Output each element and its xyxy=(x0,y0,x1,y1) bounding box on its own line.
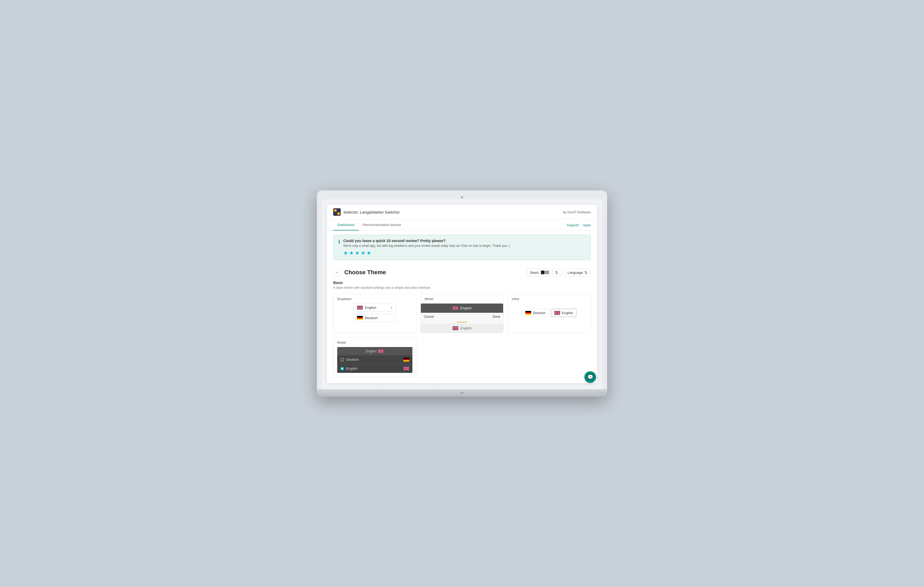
choose-theme-header: ← Choose Theme Basic ⇅ xyxy=(333,268,591,276)
de-flag-icon-modal xyxy=(403,358,409,362)
wheel-cancel-btn[interactable]: Cancel xyxy=(424,315,434,319)
section-label: Basic xyxy=(333,281,591,285)
wheel-item: English xyxy=(421,324,503,333)
logo-cell-3 xyxy=(334,212,337,215)
svg-rect-7 xyxy=(525,312,531,314)
inline-label: Inline xyxy=(508,294,591,304)
svg-rect-8 xyxy=(525,314,531,315)
svg-rect-2 xyxy=(357,317,363,319)
section-desc: A basic theme with standard settings and… xyxy=(333,286,591,289)
modal-option-deutsch[interactable]: Deutsch xyxy=(337,355,412,364)
app-header-left: Selector: Lang&Market Switcher xyxy=(333,208,400,216)
swatch-black xyxy=(541,271,544,274)
app-title: Selector: Lang&Market Switcher xyxy=(343,210,400,214)
uk-flag-icon-inline xyxy=(554,311,560,315)
svg-rect-1 xyxy=(357,316,363,317)
inline-card[interactable]: Inline Deutsch xyxy=(508,294,591,333)
nav-tabs-right: Support Apps xyxy=(567,223,591,227)
fab-button[interactable]: 💬 xyxy=(584,371,596,383)
app-header-right: by DevIT.Software xyxy=(563,210,591,214)
logo-cell-2 xyxy=(337,209,340,212)
swatch-white xyxy=(549,271,553,274)
language-selector[interactable]: Language ⇅ xyxy=(564,269,591,276)
wheel-container: English Cancel Done xyxy=(421,304,503,333)
dropdown-deutsch-text: Deutsch xyxy=(365,316,378,320)
theme-cards-row2: Modal English xyxy=(333,337,591,377)
modal-label: Modal xyxy=(333,337,416,347)
svg-rect-3 xyxy=(357,319,363,320)
fab-chat-icon: 💬 xyxy=(587,374,593,380)
wheel-label: Wheel xyxy=(421,294,503,304)
dropdown-arrow-icon: ▾ xyxy=(391,306,392,309)
uk-flag-icon-wheel-item xyxy=(452,326,458,330)
svg-rect-6 xyxy=(525,311,531,312)
inline-english-btn[interactable]: English xyxy=(551,309,576,317)
choose-theme-title: Choose Theme xyxy=(344,269,386,276)
color-swatches xyxy=(541,271,553,274)
modal-option-english[interactable]: English xyxy=(337,364,412,373)
uk-flag-icon-wheel-selected xyxy=(452,306,458,310)
modal-preview: English xyxy=(337,347,412,373)
inline-container: Deutsch English xyxy=(508,304,591,322)
svg-rect-12 xyxy=(403,359,409,360)
wheel-divider xyxy=(457,322,467,322)
logo-cell-1 xyxy=(334,209,337,212)
modal-radio-deutsch[interactable] xyxy=(340,358,344,362)
nav-tabs-left: Dashboard Recommendation banner xyxy=(333,220,406,230)
wheel-selected-item: English xyxy=(421,304,503,313)
star-4[interactable]: ★ xyxy=(361,250,365,256)
star-2[interactable]: ★ xyxy=(349,250,354,256)
review-banner-text: Could you leave a quick 10 second review… xyxy=(343,238,510,256)
review-banner-title: Could you leave a quick 10 second review… xyxy=(343,238,510,243)
star-3[interactable]: ★ xyxy=(355,250,360,256)
wheel-done-btn[interactable]: Done xyxy=(493,315,500,319)
logo-cell-4 xyxy=(337,212,340,215)
svg-rect-13 xyxy=(403,360,409,362)
modal-card[interactable]: Modal English xyxy=(333,337,416,377)
theme-cards-row1: Dropdown English xyxy=(333,294,591,333)
tab-recommendation[interactable]: Recommendation banner xyxy=(358,220,406,230)
wheel-selected-text: English xyxy=(460,306,472,310)
dropdown-english-option[interactable]: English ▾ xyxy=(353,304,396,312)
info-icon: ℹ xyxy=(338,239,340,245)
dropdown-deutsch-option[interactable]: Deutsch xyxy=(353,314,396,322)
wheel-divider-area xyxy=(421,321,503,324)
wheel-actions: Cancel Done xyxy=(421,313,503,321)
star-rating[interactable]: ★ ★ ★ ★ ★ xyxy=(343,250,510,256)
dropdown-card[interactable]: Dropdown English xyxy=(333,294,416,333)
review-banner: ℹ Could you leave a quick 10 second revi… xyxy=(333,235,591,260)
inline-english-text: English xyxy=(562,311,573,315)
apps-link[interactable]: Apps xyxy=(583,223,591,227)
uk-flag-icon-modal-option xyxy=(403,367,409,370)
content-area: ← Choose Theme Basic ⇅ xyxy=(327,264,597,383)
language-label: Language xyxy=(568,271,583,275)
de-flag-icon-1 xyxy=(357,316,363,320)
uk-flag-icon-1 xyxy=(357,306,363,309)
svg-rect-11 xyxy=(403,358,409,359)
inline-deutsch-btn[interactable]: Deutsch xyxy=(522,309,549,317)
wheel-item-text: English xyxy=(460,326,472,330)
review-banner-desc: We're only a small app, but with big amb… xyxy=(343,244,510,248)
dropdown-content: English ▾ Deutsch xyxy=(333,304,416,327)
nav-tabs: Dashboard Recommendation banner Support … xyxy=(327,220,597,230)
dropdown-label: Dropdown xyxy=(333,294,416,304)
wheel-card[interactable]: Wheel English xyxy=(421,294,504,333)
app-header: Selector: Lang&Market Switcher by DevIT.… xyxy=(327,205,597,220)
inline-deutsch-text: Deutsch xyxy=(533,311,545,315)
choose-theme-right: Basic ⇅ Language ⇅ xyxy=(527,269,591,276)
dropdown-english-text: English xyxy=(365,306,376,309)
theme-name: Basic xyxy=(530,271,539,275)
language-chevron-icon: ⇅ xyxy=(584,271,587,275)
support-link[interactable]: Support xyxy=(567,223,579,227)
star-1[interactable]: ★ xyxy=(343,250,348,256)
tab-dashboard[interactable]: Dashboard xyxy=(333,220,358,230)
uk-flag-icon-modal-header xyxy=(378,349,384,353)
back-button[interactable]: ← xyxy=(333,268,341,276)
star-5[interactable]: ★ xyxy=(366,250,371,256)
theme-selector-dropdown[interactable]: Basic ⇅ xyxy=(527,269,561,276)
choose-theme-left: ← Choose Theme xyxy=(333,268,386,276)
modal-radio-english[interactable] xyxy=(340,367,344,370)
app-logo xyxy=(333,208,341,216)
swatch-gray xyxy=(545,271,549,274)
modal-header-bar: English xyxy=(337,347,412,355)
